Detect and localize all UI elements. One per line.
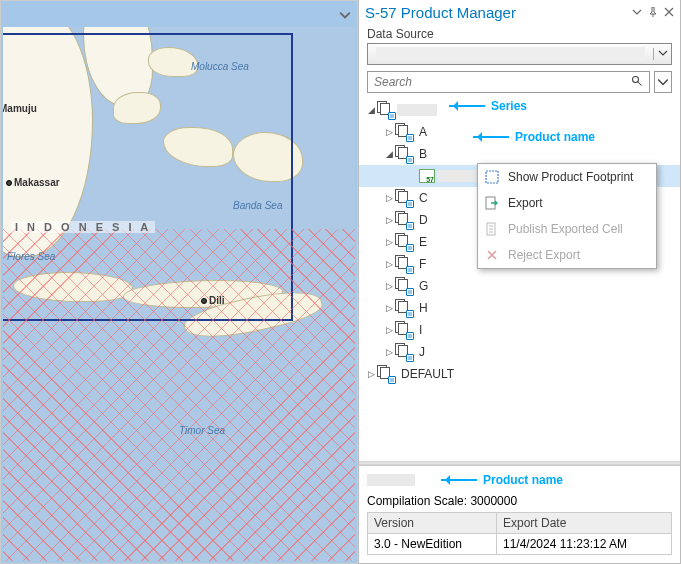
product-group-icon — [395, 146, 413, 162]
city-mamuju: Mamuju — [3, 103, 37, 114]
caret-down-icon[interactable]: ◢ — [383, 149, 395, 159]
close-icon[interactable] — [664, 7, 674, 19]
svg-point-0 — [633, 77, 639, 83]
reject-icon — [484, 247, 500, 263]
series-redacted — [397, 104, 437, 116]
autohide-dropdown-icon[interactable] — [632, 7, 642, 19]
product-name-redacted — [367, 474, 415, 486]
tree-node-b[interactable]: ◢ B — [359, 143, 680, 165]
label-indonesia: I N D O N E S I A — [11, 221, 155, 233]
col-version: Version — [368, 513, 497, 534]
cell-export-date: 11/4/2024 11:23:12 AM — [496, 534, 671, 555]
city-dili: Dili — [201, 295, 225, 306]
menu-reject-export: Reject Export — [478, 242, 656, 268]
label-molucca: Molucca Sea — [191, 61, 249, 72]
tree-label: A — [415, 125, 431, 139]
menu-export[interactable]: Export — [478, 190, 656, 216]
layer-dropdown-icon[interactable] — [339, 7, 351, 25]
menu-show-product-footprint[interactable]: Show Product Footprint — [478, 164, 656, 190]
col-export-date: Export Date — [496, 513, 671, 534]
s57-cell-icon — [419, 169, 435, 183]
tree-node-a[interactable]: ▷ A — [359, 121, 680, 143]
tree-series-root[interactable]: ◢ — [359, 99, 680, 121]
product-group-icon — [395, 124, 413, 140]
label-flores: Flores Sea — [7, 251, 55, 262]
panel-title: S-57 Product Manager — [365, 4, 626, 21]
footprint-icon — [484, 169, 500, 185]
search-input[interactable] — [368, 75, 625, 89]
export-icon — [484, 195, 500, 211]
search-icon[interactable] — [625, 73, 649, 91]
data-source-redacted — [376, 47, 645, 61]
series-icon — [377, 366, 395, 382]
publish-icon — [484, 221, 500, 237]
compilation-scale-value: 3000000 — [470, 494, 517, 508]
tree-node-i[interactable]: ▷I — [359, 319, 680, 341]
annotation-product-name-2: Product name — [441, 473, 563, 487]
map-canvas[interactable]: Molucca Sea Banda Sea Flores Sea Timor S… — [3, 27, 355, 561]
chevron-down-icon[interactable] — [653, 48, 671, 60]
data-source-label: Data Source — [359, 25, 680, 43]
details-pane: Product name Compilation Scale: 3000000 … — [359, 465, 680, 563]
map-pane[interactable]: Molucca Sea Banda Sea Flores Sea Timor S… — [0, 0, 358, 564]
caret-down-icon[interactable]: ◢ — [365, 105, 377, 115]
compilation-scale-label: Compilation Scale: — [367, 494, 467, 508]
label-timor: Timor Sea — [179, 425, 225, 436]
tree-label: B — [415, 147, 431, 161]
svg-rect-2 — [486, 171, 498, 183]
tree-label: DEFAULT — [397, 367, 458, 381]
search-options-dropdown[interactable] — [654, 71, 672, 93]
menu-publish-exported-cell: Publish Exported Cell — [478, 216, 656, 242]
tree-node-h[interactable]: ▷H — [359, 297, 680, 319]
tree-node-default[interactable]: ▷ DEFAULT — [359, 363, 680, 385]
panel-header: S-57 Product Manager — [359, 0, 680, 25]
city-makassar: Makassar — [6, 177, 60, 188]
pin-icon[interactable] — [648, 7, 658, 19]
product-tree[interactable]: ◢ ▷ A ◢ B ▷ ▷C ▷D ▷E ▷F ▷G ▷H — [359, 97, 680, 461]
context-menu: Show Product Footprint Export Publish Ex… — [477, 163, 657, 269]
table-row[interactable]: 3.0 - NewEdition 11/4/2024 11:23:12 AM — [368, 534, 672, 555]
svg-line-1 — [638, 82, 642, 86]
label-banda: Banda Sea — [233, 200, 283, 211]
caret-right-icon[interactable]: ▷ — [365, 369, 377, 379]
caret-right-icon[interactable]: ▷ — [383, 127, 395, 137]
search-input-wrapper[interactable] — [367, 71, 650, 93]
tree-node-j[interactable]: ▷J — [359, 341, 680, 363]
product-manager-panel: S-57 Product Manager Data Source ◢ ▷ — [358, 0, 681, 564]
data-source-combo[interactable] — [367, 43, 672, 65]
cell-version: 3.0 - NewEdition — [368, 534, 497, 555]
export-history-table: Version Export Date 3.0 - NewEdition 11/… — [367, 512, 672, 555]
tree-node-g[interactable]: ▷G — [359, 275, 680, 297]
series-icon — [377, 102, 395, 118]
